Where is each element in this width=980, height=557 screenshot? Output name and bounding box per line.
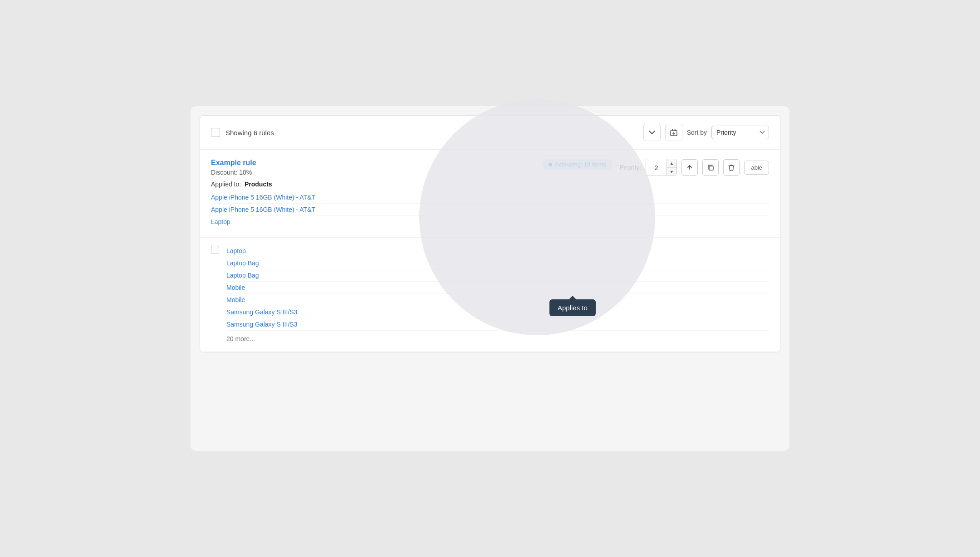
sort-select[interactable]: Priority Name Date Created Date Modified [711, 126, 769, 139]
applies-to-tooltip: Applies to [549, 299, 596, 316]
rule-badge: Activating: 19 items [542, 159, 612, 170]
rule-discount: Discount: 10% [211, 169, 535, 176]
badge-dot [549, 163, 552, 166]
product-link-2[interactable]: Apple iPhone 5 16GB (White) - AT&T [211, 204, 769, 216]
product-link-3[interactable]: Laptop [211, 216, 769, 228]
rule-title-block: Example rule Discount: 10% [211, 159, 535, 176]
product-link-7[interactable]: Mobile [226, 282, 769, 294]
priority-down-button[interactable]: ▼ [666, 167, 676, 176]
product-link-5[interactable]: Laptop Bag [226, 257, 769, 269]
rule-top: Example rule Discount: 10% Activating: 1… [211, 159, 769, 176]
product-link-9[interactable]: Samsung Galaxy S III/S3 [226, 306, 769, 318]
delete-button[interactable] [723, 159, 740, 176]
rule-controls: Priority: 2 ▲ ▼ [620, 159, 769, 176]
applied-to-value: Products [245, 181, 272, 188]
applied-to-label: Applied to: [211, 181, 241, 188]
priority-input-wrap: 2 ▲ ▼ [646, 159, 677, 176]
product-link-1[interactable]: Apple iPhone 5 16GB (White) - AT&T [211, 191, 769, 204]
product-link-4[interactable]: Laptop [226, 245, 769, 257]
product-link-6[interactable]: Laptop Bag [226, 269, 769, 282]
priority-input[interactable]: 2 [646, 159, 666, 176]
enable-label: able [751, 164, 762, 171]
priority-label: Priority: [620, 164, 641, 171]
rule-row: Example rule Discount: 10% Activating: 1… [200, 150, 780, 238]
priority-up-button[interactable]: ▲ [666, 159, 676, 167]
applied-row: Applied to: Products [211, 181, 769, 188]
sort-by-label: Sort by [687, 129, 707, 136]
collapse-button[interactable] [643, 124, 661, 141]
export-button[interactable] [665, 124, 682, 141]
svg-rect-1 [709, 166, 713, 170]
product-link-8[interactable]: Mobile [226, 294, 769, 306]
rule-row-2: Laptop Laptop Bag Laptop Bag Mobile Mobi… [200, 238, 780, 352]
showing-count: Showing 6 rules [225, 129, 638, 137]
badge-text: Activating: 19 items [555, 161, 606, 168]
rule-2-checkbox[interactable] [211, 246, 219, 254]
product-link-10[interactable]: Samsung Galaxy S III/S3 [226, 318, 769, 331]
header-row: Showing 6 rules Sort by Priority [200, 116, 780, 150]
enable-button[interactable]: able [744, 161, 769, 175]
more-text: 20 more... [226, 331, 769, 344]
priority-spinners: ▲ ▼ [666, 159, 676, 176]
header-actions: Sort by Priority Name Date Created Date … [643, 124, 769, 141]
move-up-button[interactable] [681, 159, 698, 176]
rule-2-products: Laptop Laptop Bag Laptop Bag Mobile Mobi… [226, 245, 769, 344]
product-list: Apple iPhone 5 16GB (White) - AT&T Apple… [211, 191, 769, 228]
rule-name-link[interactable]: Example rule [211, 159, 256, 166]
select-all-checkbox[interactable] [211, 128, 220, 137]
tooltip-text: Applies to [558, 304, 588, 312]
duplicate-button[interactable] [702, 159, 719, 176]
